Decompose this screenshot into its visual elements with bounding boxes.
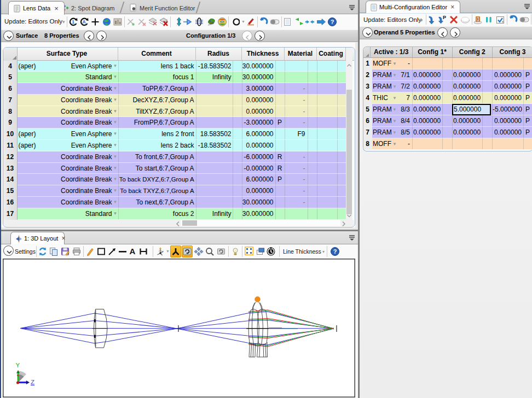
svg-text:?: ? (331, 19, 334, 25)
svg-text:1: 1 (72, 19, 74, 25)
svg-text:Y: Y (16, 362, 20, 368)
svg-text:Z: Z (31, 379, 34, 385)
svg-text:A: A (83, 19, 86, 25)
svg-text:?: ? (333, 248, 337, 255)
svg-text:A: A (130, 247, 136, 256)
svg-text:P: P (443, 15, 446, 20)
